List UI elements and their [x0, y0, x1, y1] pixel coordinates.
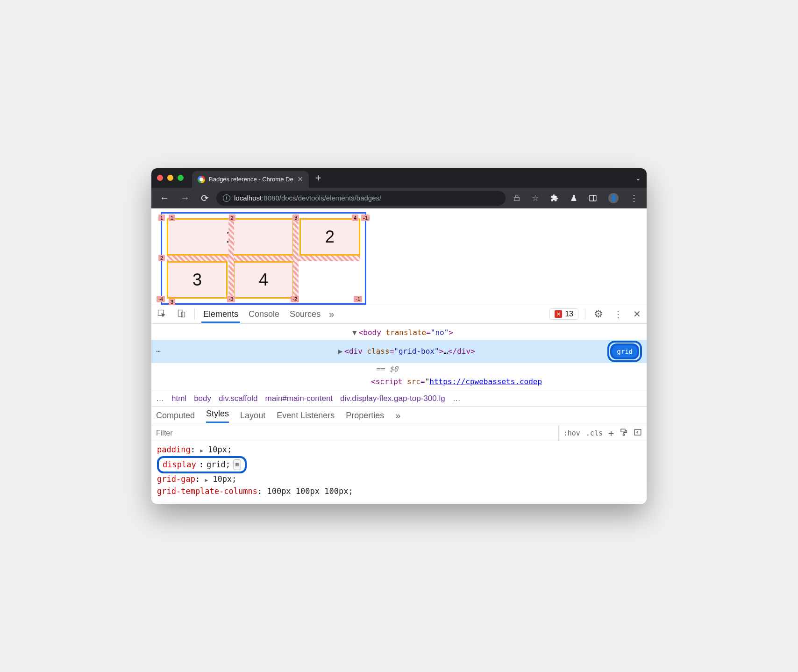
display-grid-highlight: display: grid; ▦ — [157, 456, 247, 474]
inspect-element-icon[interactable] — [155, 307, 168, 322]
kebab-menu-icon[interactable]: ⋮ — [612, 307, 625, 322]
side-panel-icon[interactable] — [585, 192, 601, 204]
settings-icon[interactable]: ⚙ — [592, 306, 605, 322]
styles-pane[interactable]: padding: ▶ 10px; display: grid; ▦ grid-g… — [151, 441, 647, 504]
reload-button[interactable]: ⟳ — [197, 191, 213, 206]
tab-properties[interactable]: Properties — [346, 411, 384, 421]
labs-icon[interactable] — [566, 192, 581, 204]
tab-elements[interactable]: Elements — [201, 306, 240, 323]
grid-gap-vertical — [228, 218, 234, 299]
back-button[interactable]: ← — [156, 191, 173, 205]
console-reference: == $0 — [151, 363, 647, 375]
hov-button[interactable]: :hov — [563, 429, 580, 437]
expand-icon[interactable]: ▼ — [352, 328, 357, 337]
breadcrumb-more[interactable]: … — [453, 394, 461, 403]
css-declaration[interactable]: grid-gap: ▶ 10px; — [157, 473, 641, 486]
separator — [585, 308, 585, 320]
browser-tab[interactable]: Badges reference - Chrome De ✕ — [192, 171, 309, 188]
new-tab-button[interactable]: + — [315, 172, 321, 184]
filter-input[interactable] — [151, 427, 558, 439]
close-tab-icon[interactable]: ✕ — [297, 175, 303, 184]
url-path: /docs/devtools/elements/badges/ — [279, 194, 381, 202]
dom-node[interactable]: ▼<body translate="no"> — [151, 326, 647, 340]
site-info-icon[interactable]: i — [223, 194, 230, 202]
grid-cell: 4 — [233, 261, 294, 299]
dom-node-selected[interactable]: ⋯ ▶<div class="grid-box">…</div> grid — [151, 340, 647, 363]
url-port: :8080 — [262, 194, 279, 202]
grid-line-label: 1 — [158, 214, 165, 221]
bookmark-icon[interactable]: ☆ — [528, 191, 543, 205]
expand-icon[interactable]: ▶ — [338, 347, 343, 356]
dom-breadcrumb: … html body div.scaffold main#main-conte… — [151, 391, 647, 407]
tab-title: Badges reference - Chrome De — [209, 176, 293, 183]
maximize-window-button[interactable] — [178, 175, 184, 181]
close-devtools-icon[interactable]: ✕ — [631, 307, 643, 322]
css-declaration[interactable]: padding: ▶ 10px; — [157, 444, 641, 456]
grid-badge[interactable]: grid — [610, 343, 639, 359]
grid-cell: 2 — [299, 218, 360, 256]
grid-line-label: 2 — [229, 214, 235, 221]
tabs-dropdown-icon[interactable]: ⌄ — [635, 174, 641, 182]
breadcrumb-item[interactable]: main#main-content — [265, 394, 333, 403]
new-rule-button[interactable]: + — [608, 428, 614, 439]
chrome-favicon-icon — [198, 176, 205, 183]
grid-cell: 3 — [167, 261, 228, 299]
separator — [194, 308, 195, 320]
devtools-tabs: Elements Console Sources » ✕ 13 ⚙ ⋮ ✕ — [151, 305, 647, 324]
grid-line-label: -1 — [354, 296, 362, 302]
grid-line-label: -2 — [291, 296, 299, 302]
menu-icon[interactable]: ⋮ — [626, 191, 642, 205]
grid-line-label: -3 — [227, 296, 235, 302]
grid-line-label: 3 — [292, 214, 299, 221]
panel-toggle-icon[interactable] — [634, 428, 642, 438]
css-declaration-highlighted[interactable]: display: grid; ▦ — [157, 456, 641, 474]
breadcrumb-item[interactable]: div.scaffold — [219, 394, 257, 403]
more-tabs-icon[interactable]: » — [395, 410, 400, 421]
grid-gap-horizontal — [167, 256, 360, 261]
tab-styles[interactable]: Styles — [206, 409, 229, 423]
address-bar[interactable]: i localhost:8080/docs/devtools/elements/… — [216, 191, 506, 206]
styles-sub-tabs: Computed Styles Layout Event Listeners P… — [151, 407, 647, 425]
grid-gap-vertical — [293, 218, 299, 299]
svg-rect-6 — [623, 434, 625, 435]
page-viewport: 1 2 3 4 1 1 2 3 4 -1 2 -4 3 -3 -2 -1 — [151, 208, 647, 305]
dom-tree[interactable]: ▼<body translate="no"> ⋯ ▶<div class="gr… — [151, 324, 647, 391]
breadcrumb-more[interactable]: … — [156, 394, 164, 403]
paint-icon[interactable] — [620, 428, 628, 438]
cls-button[interactable]: .cls — [586, 429, 603, 437]
grid-cell-empty — [299, 261, 360, 299]
device-toggle-icon[interactable] — [175, 307, 188, 322]
breadcrumb-item[interactable]: body — [194, 394, 211, 403]
error-count-badge[interactable]: ✕ 13 — [549, 308, 578, 320]
titlebar: Badges reference - Chrome De ✕ + ⌄ — [151, 168, 647, 188]
tab-console[interactable]: Console — [247, 306, 281, 323]
grid-editor-icon[interactable]: ▦ — [233, 459, 241, 470]
breadcrumb-item[interactable]: html — [171, 394, 186, 403]
close-window-button[interactable] — [157, 175, 163, 181]
svg-rect-3 — [178, 310, 183, 316]
tab-layout[interactable]: Layout — [240, 411, 265, 421]
ellipsis-icon[interactable]: ⋯ — [156, 345, 161, 357]
extensions-icon[interactable] — [547, 192, 563, 204]
minimize-window-button[interactable] — [167, 175, 173, 181]
script-src-link[interactable]: https://cpwebassets.codep — [429, 377, 542, 386]
toolbar: ← → ⟳ i localhost:8080/docs/devtools/ele… — [151, 188, 647, 208]
breadcrumb-item[interactable]: div.display-flex.gap-top-300.lg — [340, 394, 445, 403]
error-icon: ✕ — [555, 310, 562, 318]
more-tabs-icon[interactable]: » — [329, 309, 334, 320]
tab-sources[interactable]: Sources — [288, 306, 322, 323]
traffic-lights — [157, 175, 184, 181]
grid-line-label: -1 — [361, 214, 370, 221]
tab-event-listeners[interactable]: Event Listeners — [277, 411, 335, 421]
share-icon[interactable] — [509, 193, 524, 204]
error-count: 13 — [565, 310, 573, 318]
grid-line-label: 4 — [352, 214, 358, 221]
css-declaration[interactable]: grid-template-columns: 100px 100px 100px… — [157, 486, 641, 498]
svg-rect-0 — [590, 195, 596, 201]
forward-button[interactable]: → — [177, 191, 193, 205]
profile-avatar[interactable]: 👤 — [605, 191, 622, 205]
grid-line-label: 3 — [169, 299, 175, 305]
tab-computed[interactable]: Computed — [156, 411, 195, 421]
svg-rect-7 — [634, 429, 641, 435]
dom-node[interactable]: <script src="https://cpwebassets.codep — [151, 375, 647, 389]
